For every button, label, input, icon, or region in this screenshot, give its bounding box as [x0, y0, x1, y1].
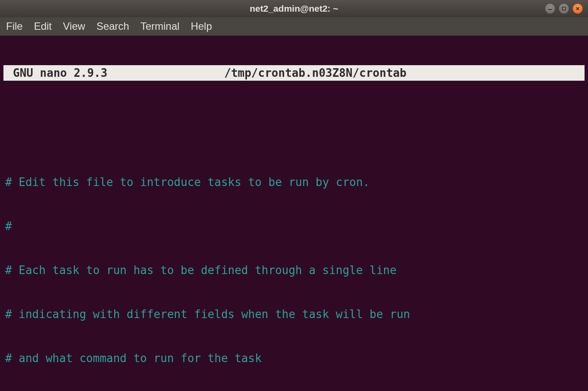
window-title: net2_admin@net2: ~ [250, 3, 338, 14]
svg-rect-1 [563, 7, 566, 10]
minimize-button[interactable] [545, 3, 555, 14]
file-line: # [5, 219, 583, 233]
menu-help[interactable]: Help [191, 20, 212, 32]
maximize-button[interactable] [559, 3, 569, 14]
menu-terminal[interactable]: Terminal [141, 20, 180, 32]
menu-edit[interactable]: Edit [34, 20, 52, 32]
editor-content[interactable]: # Edit this file to introduce tasks to b… [0, 110, 588, 391]
file-line: # Each task to run has to be defined thr… [5, 263, 583, 277]
menu-view[interactable]: View [63, 20, 85, 32]
close-button[interactable] [572, 3, 583, 14]
file-line: # and what command to run for the task [5, 351, 583, 366]
menu-search[interactable]: Search [97, 20, 129, 32]
nano-filepath: /tmp/crontab.n03Z8N/crontab [107, 66, 575, 80]
file-line: # Edit this file to introduce tasks to b… [5, 175, 583, 189]
file-line: # indicating with different fields when … [5, 307, 583, 322]
nano-header-bar: GNU nano 2.9.3 /tmp/crontab.n03Z8N/cront… [3, 65, 585, 81]
terminal-body[interactable]: GNU nano 2.9.3 /tmp/crontab.n03Z8N/cront… [0, 36, 588, 391]
window-controls [545, 3, 583, 14]
window-titlebar: net2_admin@net2: ~ [0, 0, 588, 17]
menu-file[interactable]: File [6, 20, 23, 32]
nano-version: GNU nano 2.9.3 [13, 66, 107, 80]
menubar: File Edit View Search Terminal Help [0, 17, 588, 36]
